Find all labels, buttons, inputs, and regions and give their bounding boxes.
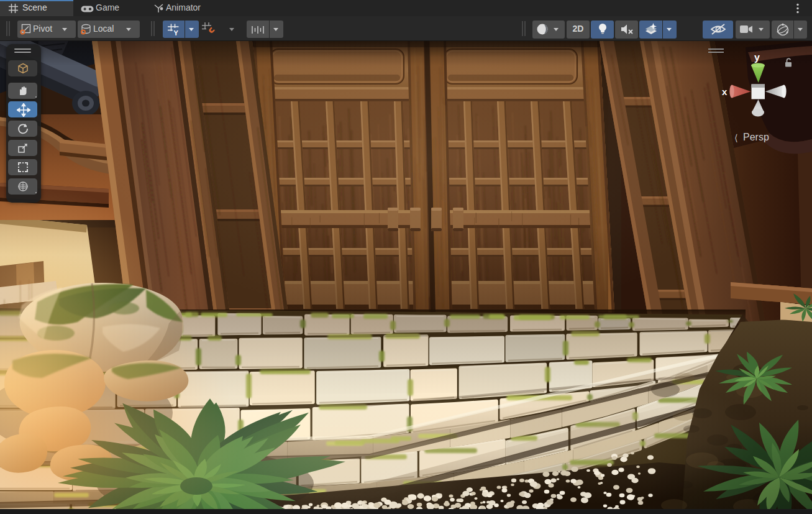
- svg-text:Y: Y: [174, 29, 179, 36]
- svg-text:x: x: [722, 86, 728, 97]
- svg-text:y: y: [754, 52, 760, 63]
